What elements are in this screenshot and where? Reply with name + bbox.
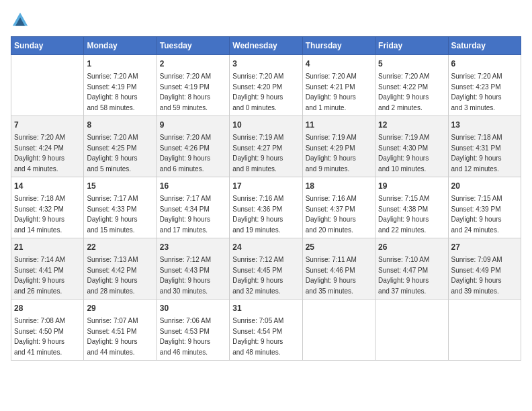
calendar-cell: 28Sunrise: 7:08 AMSunset: 4:50 PMDayligh…: [11, 300, 84, 361]
calendar-cell: [375, 300, 448, 361]
calendar-cell: 19Sunrise: 7:15 AMSunset: 4:38 PMDayligh…: [375, 177, 448, 238]
calendar-cell: 6Sunrise: 7:20 AMSunset: 4:23 PMDaylight…: [448, 55, 521, 116]
weekday-header: Saturday: [448, 37, 521, 55]
day-info: Sunrise: 7:15 AMSunset: 4:38 PMDaylight:…: [378, 193, 445, 235]
day-number: 9: [160, 119, 226, 131]
calendar-cell: 14Sunrise: 7:18 AMSunset: 4:32 PMDayligh…: [11, 177, 84, 238]
day-info: Sunrise: 7:18 AMSunset: 4:31 PMDaylight:…: [451, 132, 518, 174]
day-number: 30: [160, 302, 226, 314]
day-info: Sunrise: 7:13 AMSunset: 4:42 PMDaylight:…: [87, 255, 153, 296]
day-info: Sunrise: 7:12 AMSunset: 4:43 PMDaylight:…: [160, 255, 226, 296]
day-info: Sunrise: 7:20 AMSunset: 4:19 PMDaylight:…: [87, 71, 153, 113]
day-number: 6: [451, 58, 518, 70]
day-info: Sunrise: 7:20 AMSunset: 4:26 PMDaylight:…: [160, 132, 226, 174]
day-info: Sunrise: 7:09 AMSunset: 4:49 PMDaylight:…: [451, 255, 518, 296]
day-info: Sunrise: 7:18 AMSunset: 4:32 PMDaylight:…: [14, 193, 81, 235]
day-number: 26: [378, 241, 445, 253]
calendar-table: SundayMondayTuesdayWednesdayThursdayFrid…: [11, 36, 521, 361]
page-header: [11, 11, 521, 30]
calendar-cell: 3Sunrise: 7:20 AMSunset: 4:20 PMDaylight…: [230, 55, 302, 116]
day-number: 2: [160, 58, 226, 70]
day-number: 21: [14, 241, 81, 253]
day-number: 8: [87, 119, 153, 131]
weekday-header: Sunday: [11, 37, 84, 55]
day-info: Sunrise: 7:20 AMSunset: 4:19 PMDaylight:…: [160, 71, 226, 113]
calendar-cell: 17Sunrise: 7:16 AMSunset: 4:36 PMDayligh…: [230, 177, 302, 238]
calendar-cell: 12Sunrise: 7:19 AMSunset: 4:30 PMDayligh…: [375, 116, 448, 177]
day-number: 19: [378, 180, 445, 192]
day-number: 16: [160, 180, 226, 192]
calendar-cell: 20Sunrise: 7:15 AMSunset: 4:39 PMDayligh…: [448, 177, 521, 238]
day-number: 22: [87, 241, 153, 253]
calendar-cell: 31Sunrise: 7:05 AMSunset: 4:54 PMDayligh…: [230, 300, 302, 361]
weekday-header: Tuesday: [157, 37, 229, 55]
weekday-header: Friday: [375, 37, 448, 55]
calendar-cell: 26Sunrise: 7:10 AMSunset: 4:47 PMDayligh…: [375, 238, 448, 300]
calendar-cell: 5Sunrise: 7:20 AMSunset: 4:22 PMDaylight…: [375, 55, 448, 116]
logo: [11, 11, 32, 30]
weekday-header: Monday: [84, 37, 157, 55]
day-info: Sunrise: 7:07 AMSunset: 4:51 PMDaylight:…: [87, 316, 153, 357]
day-number: 1: [87, 58, 153, 70]
day-number: 10: [232, 119, 299, 131]
day-info: Sunrise: 7:17 AMSunset: 4:33 PMDaylight:…: [87, 193, 153, 235]
calendar-cell: 7Sunrise: 7:20 AMSunset: 4:24 PMDaylight…: [11, 116, 84, 177]
day-number: 17: [232, 180, 299, 192]
day-info: Sunrise: 7:16 AMSunset: 4:37 PMDaylight:…: [306, 193, 372, 235]
day-number: 5: [378, 58, 445, 70]
day-info: Sunrise: 7:16 AMSunset: 4:36 PMDaylight:…: [232, 193, 299, 235]
day-info: Sunrise: 7:20 AMSunset: 4:21 PMDaylight:…: [306, 71, 372, 113]
day-info: Sunrise: 7:19 AMSunset: 4:30 PMDaylight:…: [378, 132, 445, 174]
calendar-cell: 23Sunrise: 7:12 AMSunset: 4:43 PMDayligh…: [157, 238, 229, 300]
day-number: 12: [378, 119, 445, 131]
day-number: 13: [451, 119, 518, 131]
calendar-cell: 10Sunrise: 7:19 AMSunset: 4:27 PMDayligh…: [230, 116, 302, 177]
day-info: Sunrise: 7:20 AMSunset: 4:23 PMDaylight:…: [451, 71, 518, 113]
day-number: 29: [87, 302, 153, 314]
day-number: 20: [451, 180, 518, 192]
calendar-cell: 29Sunrise: 7:07 AMSunset: 4:51 PMDayligh…: [84, 300, 157, 361]
weekday-header: Thursday: [302, 37, 375, 55]
calendar-header: SundayMondayTuesdayWednesdayThursdayFrid…: [11, 37, 521, 55]
day-number: 15: [87, 180, 153, 192]
day-info: Sunrise: 7:20 AMSunset: 4:22 PMDaylight:…: [378, 71, 445, 113]
calendar-cell: [448, 300, 521, 361]
day-number: 3: [232, 58, 299, 70]
day-info: Sunrise: 7:10 AMSunset: 4:47 PMDaylight:…: [378, 255, 445, 296]
day-number: 25: [306, 241, 372, 253]
calendar-cell: 11Sunrise: 7:19 AMSunset: 4:29 PMDayligh…: [302, 116, 375, 177]
day-info: Sunrise: 7:19 AMSunset: 4:27 PMDaylight:…: [232, 132, 299, 174]
day-info: Sunrise: 7:12 AMSunset: 4:45 PMDaylight:…: [232, 255, 299, 296]
logo-icon: [11, 11, 30, 30]
day-info: Sunrise: 7:20 AMSunset: 4:25 PMDaylight:…: [87, 132, 153, 174]
day-info: Sunrise: 7:14 AMSunset: 4:41 PMDaylight:…: [14, 255, 81, 296]
day-number: 27: [451, 241, 518, 253]
day-number: 4: [306, 58, 372, 70]
day-info: Sunrise: 7:06 AMSunset: 4:53 PMDaylight:…: [160, 316, 226, 357]
calendar-cell: 2Sunrise: 7:20 AMSunset: 4:19 PMDaylight…: [157, 55, 229, 116]
day-number: 23: [160, 241, 226, 253]
calendar-cell: 15Sunrise: 7:17 AMSunset: 4:33 PMDayligh…: [84, 177, 157, 238]
calendar-cell: 27Sunrise: 7:09 AMSunset: 4:49 PMDayligh…: [448, 238, 521, 300]
calendar-cell: 24Sunrise: 7:12 AMSunset: 4:45 PMDayligh…: [230, 238, 302, 300]
day-info: Sunrise: 7:20 AMSunset: 4:24 PMDaylight:…: [14, 132, 81, 174]
day-info: Sunrise: 7:17 AMSunset: 4:34 PMDaylight:…: [160, 193, 226, 235]
day-info: Sunrise: 7:20 AMSunset: 4:20 PMDaylight:…: [232, 71, 299, 113]
calendar-cell: 21Sunrise: 7:14 AMSunset: 4:41 PMDayligh…: [11, 238, 84, 300]
calendar-cell: [11, 55, 84, 116]
calendar-cell: [302, 300, 375, 361]
calendar-cell: 9Sunrise: 7:20 AMSunset: 4:26 PMDaylight…: [157, 116, 229, 177]
calendar-body: 1Sunrise: 7:20 AMSunset: 4:19 PMDaylight…: [11, 55, 521, 361]
day-info: Sunrise: 7:11 AMSunset: 4:46 PMDaylight:…: [306, 255, 372, 296]
calendar-cell: 1Sunrise: 7:20 AMSunset: 4:19 PMDaylight…: [84, 55, 157, 116]
calendar-cell: 22Sunrise: 7:13 AMSunset: 4:42 PMDayligh…: [84, 238, 157, 300]
calendar-cell: 18Sunrise: 7:16 AMSunset: 4:37 PMDayligh…: [302, 177, 375, 238]
day-number: 18: [306, 180, 372, 192]
day-number: 11: [306, 119, 372, 131]
day-info: Sunrise: 7:19 AMSunset: 4:29 PMDaylight:…: [306, 132, 372, 174]
calendar-cell: 16Sunrise: 7:17 AMSunset: 4:34 PMDayligh…: [157, 177, 229, 238]
day-info: Sunrise: 7:08 AMSunset: 4:50 PMDaylight:…: [14, 316, 81, 357]
day-info: Sunrise: 7:05 AMSunset: 4:54 PMDaylight:…: [232, 316, 299, 357]
calendar-cell: 4Sunrise: 7:20 AMSunset: 4:21 PMDaylight…: [302, 55, 375, 116]
weekday-header: Wednesday: [230, 37, 302, 55]
